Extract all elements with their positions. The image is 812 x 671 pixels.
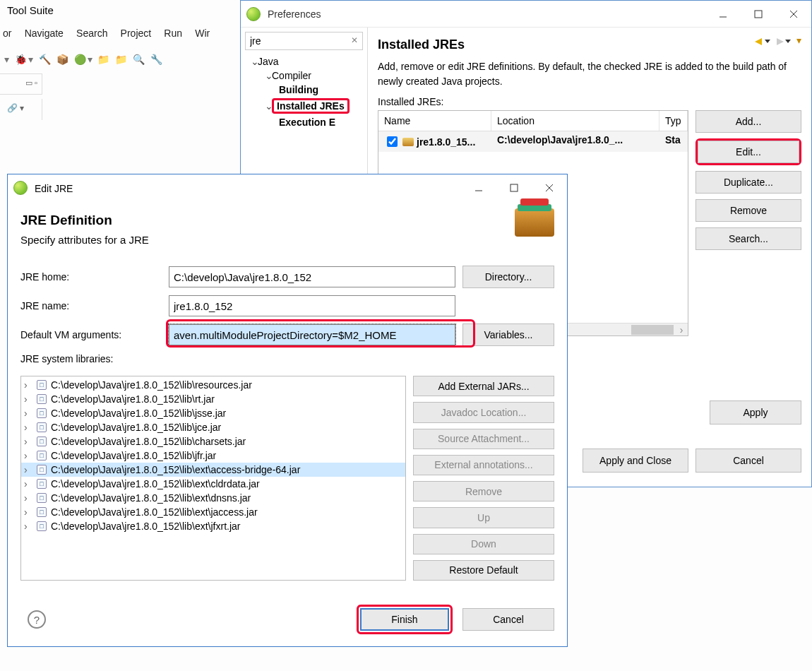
lib-down-button[interactable]: Down <box>413 534 554 554</box>
menu-item[interactable]: Navigate <box>25 28 64 39</box>
col-location[interactable]: Location <box>491 111 659 131</box>
library-books-icon <box>515 208 554 237</box>
expand-icon[interactable]: › <box>24 492 32 504</box>
tree-item-execution-env[interactable]: Execution E <box>245 115 363 129</box>
library-item[interactable]: ›□C:\develop\Java\jre1.8.0_152\lib\ext\a… <box>21 463 405 477</box>
apply-button[interactable]: Apply <box>710 400 801 424</box>
jar-icon: □ <box>37 451 47 461</box>
library-item[interactable]: ›□C:\develop\Java\jre1.8.0_152\lib\rt.ja… <box>21 392 405 406</box>
menu-item[interactable]: Run <box>164 28 182 39</box>
library-item[interactable]: ›□C:\develop\Java\jre1.8.0_152\lib\ext\c… <box>21 477 405 491</box>
jar-icon: □ <box>37 479 47 489</box>
expand-icon[interactable]: › <box>24 450 32 461</box>
clear-search-icon[interactable]: ✕ <box>349 35 360 46</box>
maximize-button[interactable] <box>496 174 532 201</box>
expand-icon[interactable]: › <box>24 478 32 489</box>
lib-up-button[interactable]: Up <box>413 507 554 528</box>
tree-item-java[interactable]: ⌄Java <box>245 54 363 69</box>
expand-icon[interactable]: › <box>24 506 32 518</box>
expand-icon[interactable]: › <box>24 436 32 447</box>
expand-icon[interactable]: › <box>24 521 32 532</box>
minimize-icon[interactable]: ▭ ▫ <box>25 78 37 88</box>
jre-home-label: JRE home: <box>20 271 162 283</box>
jar-icon: □ <box>37 521 47 531</box>
page-heading: Installed JREs <box>378 37 801 52</box>
menu-item[interactable]: Search <box>76 28 107 39</box>
finish-button[interactable]: Finish <box>360 608 449 631</box>
apply-close-button[interactable]: Apply and Close <box>583 449 688 473</box>
library-item[interactable]: ›□C:\develop\Java\jre1.8.0_152\lib\ext\d… <box>21 491 405 505</box>
dlg-cancel-button[interactable]: Cancel <box>462 608 554 631</box>
library-item[interactable]: ›□C:\develop\Java\jre1.8.0_152\lib\chars… <box>21 434 405 449</box>
library-item[interactable]: ›□C:\develop\Java\jre1.8.0_152\lib\resou… <box>21 378 405 392</box>
jre-table-row[interactable]: jre1.8.0_15... C:\develop\Java\jre1.8.0_… <box>378 131 688 152</box>
pref-nav[interactable]: ▾ <box>755 35 801 46</box>
col-name[interactable]: Name <box>378 111 491 131</box>
tree-item-installed-jres[interactable]: ⌄Installed JREs <box>245 97 363 115</box>
jre-name-label: JRE name: <box>20 300 162 311</box>
menu-item[interactable]: Project <box>121 28 152 39</box>
expand-icon[interactable]: › <box>24 464 32 475</box>
external-annotations-button[interactable]: External annotations... <box>413 455 554 475</box>
lib-remove-button[interactable]: Remove <box>413 481 554 501</box>
dialog-titlebar: Edit JRE <box>8 174 567 203</box>
close-button[interactable] <box>776 1 811 28</box>
edit-button[interactable]: Edit... <box>698 141 799 163</box>
library-item[interactable]: ›□C:\develop\Java\jre1.8.0_152\lib\jce.j… <box>21 420 405 434</box>
remove-button[interactable]: Remove <box>695 199 801 222</box>
library-path: C:\develop\Java\jre1.8.0_152\lib\ext\dns… <box>51 492 251 504</box>
jre-checkbox[interactable] <box>387 136 398 147</box>
menu-item[interactable]: Wir <box>195 28 210 39</box>
maximize-button[interactable] <box>741 1 776 28</box>
jar-icon: □ <box>37 380 47 390</box>
add-external-jars-button[interactable]: Add External JARs... <box>413 376 554 396</box>
jar-icon: □ <box>37 465 47 475</box>
eclipse-icon <box>246 7 261 21</box>
source-attachment-button[interactable]: Source Attachment... <box>413 429 554 449</box>
expand-icon[interactable]: › <box>24 393 32 405</box>
back-arrow-icon[interactable] <box>755 38 762 45</box>
library-item[interactable]: ›□C:\develop\Java\jre1.8.0_152\lib\ext\j… <box>21 505 405 519</box>
system-libraries-list[interactable]: ›□C:\develop\Java\jre1.8.0_152\lib\resou… <box>20 376 406 581</box>
search-button[interactable]: Search... <box>695 227 801 250</box>
library-item[interactable]: ›□C:\develop\Java\jre1.8.0_152\lib\ext\j… <box>21 519 405 533</box>
forward-arrow-icon[interactable] <box>777 38 784 45</box>
expand-icon[interactable]: › <box>24 408 32 419</box>
library-path: C:\develop\Java\jre1.8.0_152\lib\jsse.ja… <box>51 408 226 419</box>
close-button[interactable] <box>532 174 567 201</box>
link-icon[interactable]: 🔗 ▾ <box>7 103 24 113</box>
tree-item-building[interactable]: Building <box>245 83 363 97</box>
jre-home-input[interactable] <box>169 266 455 287</box>
library-path: C:\develop\Java\jre1.8.0_152\lib\ext\acc… <box>51 464 300 475</box>
dialog-heading: JRE Definition <box>20 213 149 228</box>
library-item[interactable]: ›□C:\develop\Java\jre1.8.0_152\lib\jsse.… <box>21 406 405 420</box>
menu-arrow-icon[interactable]: ▾ <box>796 35 801 46</box>
javadoc-location-button[interactable]: Javadoc Location... <box>413 402 554 422</box>
minimize-button[interactable] <box>705 1 741 28</box>
pref-cancel-button[interactable]: Cancel <box>695 449 801 473</box>
duplicate-button[interactable]: Duplicate... <box>695 171 801 194</box>
col-type[interactable]: Typ <box>659 111 688 131</box>
jar-icon: □ <box>37 493 47 503</box>
expand-icon[interactable]: › <box>24 422 32 433</box>
dialog-subtitle: Specify attributes for a JRE <box>20 234 149 246</box>
pref-search-input[interactable] <box>245 32 363 50</box>
jar-icon: □ <box>37 422 47 432</box>
variables-button[interactable]: Variables... <box>462 323 554 346</box>
scrollbar-thumb[interactable] <box>631 325 674 335</box>
ide-menubar[interactable]: or Navigate Search Project Run Wir <box>0 23 222 43</box>
tree-item-compiler[interactable]: ⌄Compiler <box>245 69 363 83</box>
menu-item[interactable]: or <box>3 28 11 39</box>
system-libraries-label: JRE system libraries: <box>20 353 554 364</box>
expand-icon[interactable]: › <box>24 379 32 391</box>
jre-name-input[interactable] <box>169 295 455 316</box>
preferences-titlebar: Preferences <box>241 1 811 28</box>
directory-button[interactable]: Directory... <box>462 266 554 288</box>
minimize-button[interactable] <box>461 174 496 201</box>
help-icon[interactable]: ? <box>28 610 46 629</box>
library-item[interactable]: ›□C:\develop\Java\jre1.8.0_152\lib\jfr.j… <box>21 449 405 463</box>
ide-toolbar[interactable]: ▾ 🐞▾ 🔨 📦 🟢▾ 📁 📁 🔍 🔧 <box>0 51 240 72</box>
restore-default-button[interactable]: Restore Default <box>413 560 554 581</box>
vm-args-input[interactable] <box>169 324 455 345</box>
add-button[interactable]: Add... <box>695 110 801 133</box>
